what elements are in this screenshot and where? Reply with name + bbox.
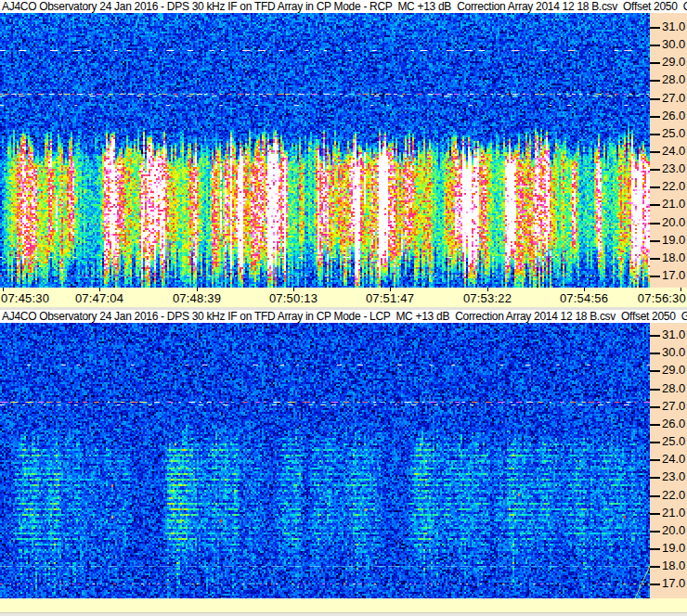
freq-tick: [650, 80, 660, 82]
freq-tick-label: 22.0: [662, 180, 685, 193]
spectrogram-rcp[interactable]: [0, 13, 650, 288]
freq-tick-label: 31.0: [662, 328, 685, 341]
freq-tick-label: 30.0: [662, 346, 685, 359]
freq-tick: [650, 223, 660, 225]
freq-tick: [650, 186, 660, 188]
freq-tick: [650, 204, 660, 206]
freq-tick-label: 22.0: [662, 489, 685, 502]
freq-tick-label: 19.0: [662, 234, 685, 247]
time-axis-lcp: [0, 598, 687, 616]
freq-tick-label: 18.0: [662, 251, 685, 264]
window-bottom-edge: [0, 612, 687, 616]
freq-tick-label: 20.0: [662, 216, 685, 229]
spectrogram-title-lcp: AJ4CO Observatory 24 Jan 2016 - DPS 30 k…: [2, 310, 687, 323]
freq-tick: [650, 45, 660, 46]
freq-tick: [650, 531, 660, 533]
time-tick-label: 07:48:39: [173, 291, 221, 305]
freq-tick-label: 27.0: [662, 92, 685, 105]
freq-tick-label: 20.0: [662, 524, 685, 537]
freq-tick-label: 19.0: [662, 542, 685, 555]
freq-tick-label: 25.0: [662, 435, 685, 448]
freq-tick-label: 21.0: [662, 507, 685, 520]
freq-tick: [650, 548, 660, 550]
freq-tick: [650, 116, 660, 118]
spectrogram-lcp[interactable]: [0, 323, 650, 598]
freq-tick: [650, 134, 660, 135]
time-tick-label: 07:47:04: [75, 291, 123, 305]
freq-tick: [650, 370, 660, 372]
freq-tick: [650, 27, 660, 29]
freq-tick-label: 26.0: [662, 109, 685, 122]
freq-tick: [650, 98, 660, 100]
spectrogram-panel-lcp: 31.030.029.028.027.026.025.024.023.022.0…: [0, 323, 687, 598]
time-tick-label: 07:54:56: [560, 291, 608, 305]
time-tick-label: 07:56:30: [638, 291, 686, 305]
time-tick-label: 07:51:47: [366, 291, 414, 305]
freq-tick-label: 26.0: [662, 417, 685, 430]
freq-tick: [650, 442, 660, 443]
freq-tick: [650, 477, 660, 479]
freq-tick: [650, 258, 660, 260]
freq-tick: [650, 566, 660, 568]
freq-tick: [650, 151, 660, 153]
freq-tick: [650, 584, 660, 585]
freq-tick: [650, 169, 660, 171]
freq-tick-label: 17.0: [662, 269, 685, 282]
freq-tick-label: 28.0: [662, 382, 685, 395]
frequency-axis-rcp: 31.030.029.028.027.026.025.024.023.022.0…: [650, 13, 687, 288]
freq-tick: [650, 513, 660, 515]
freq-tick-label: 17.0: [662, 577, 685, 590]
spectrogram-title-rcp: AJ4CO Observatory 24 Jan 2016 - DPS 30 k…: [2, 0, 687, 13]
freq-tick: [650, 276, 660, 277]
freq-tick: [650, 335, 660, 337]
spectrogram-panel-rcp: 31.030.029.028.027.026.025.024.023.022.0…: [0, 13, 687, 288]
freq-tick-label: 27.0: [662, 400, 685, 413]
time-tick-label: 07:50:13: [269, 291, 318, 305]
freq-tick-label: 25.0: [662, 127, 685, 140]
time-axis-rcp: 07:45:3007:47:0407:48:3907:50:1307:51:47…: [0, 288, 687, 307]
freq-tick: [650, 406, 660, 408]
freq-tick-label: 23.0: [662, 162, 685, 175]
freq-tick-label: 31.0: [662, 20, 685, 33]
freq-tick-label: 24.0: [662, 453, 685, 466]
freq-tick: [650, 240, 660, 242]
freq-tick-label: 23.0: [662, 470, 685, 483]
freq-tick: [650, 62, 660, 64]
time-tick-label: 07:53:22: [463, 291, 512, 305]
freq-tick: [650, 495, 660, 497]
freq-tick-label: 18.0: [662, 559, 685, 572]
freq-tick-label: 21.0: [662, 198, 685, 211]
freq-tick-label: 28.0: [662, 73, 685, 86]
freq-tick: [650, 389, 660, 391]
freq-tick-label: 30.0: [662, 38, 685, 51]
freq-tick: [650, 424, 660, 426]
freq-tick: [650, 353, 660, 354]
freq-tick: [650, 459, 660, 461]
frequency-axis-lcp: 31.030.029.028.027.026.025.024.023.022.0…: [650, 323, 687, 598]
radio-spectrograph-screen: AJ4CO Observatory 24 Jan 2016 - DPS 30 k…: [0, 0, 687, 616]
freq-tick-label: 29.0: [662, 364, 685, 377]
time-tick-label: 07:45:30: [1, 291, 49, 305]
freq-tick-label: 29.0: [662, 56, 685, 69]
freq-tick-label: 24.0: [662, 145, 685, 158]
